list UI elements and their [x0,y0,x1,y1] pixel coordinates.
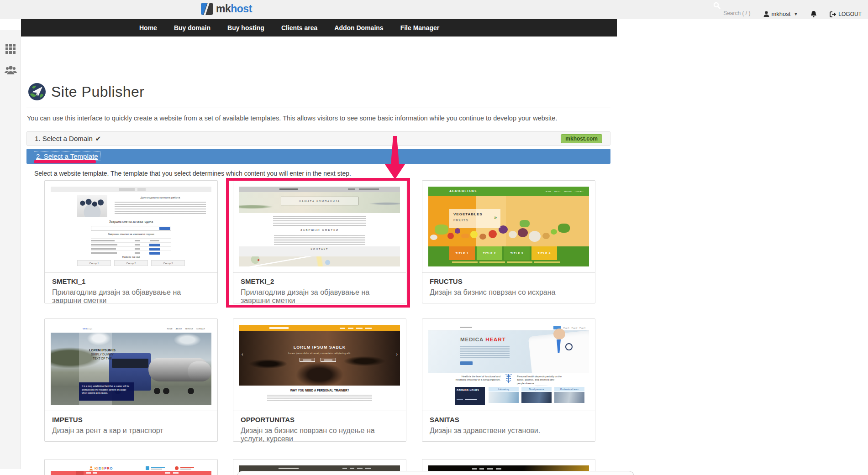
main-navigation: Home Buy domain Buy hosting Clients area… [21,19,617,37]
search-icon[interactable] [713,2,721,9]
template-card-sanitas[interactable]: Page 1Page 2Page 3 MEDICA HEART Health i… [422,318,595,442]
template-name: IMPETUS [52,416,210,423]
template-card-opportunitas[interactable]: LOREM IPSUM SABEK Lorem ipsum dolor sit … [233,318,406,442]
step1-label: 1. Select a Domain [35,135,93,142]
top-header-bar: mkhost Search ( / ) mkhost ▼ [0,0,868,19]
chevrons-right-icon: » [494,214,497,220]
bell-icon [810,10,817,17]
logout-button[interactable]: LOGOUT [830,11,862,17]
nav-item-home[interactable]: Home [139,24,157,31]
template-hint-text: Select a website template. The template … [34,170,351,177]
header-search[interactable]: Search ( / ) [710,1,751,17]
username: mkhost [772,10,791,17]
template-card-smetki2[interactable]: НАШАТА КОМПАНИЈА ЗАВРШНИ СМЕТКИ КОНТАКТ … [233,180,406,303]
template-name: SMETKI_1 [52,277,210,285]
template-thumbnail: НАШАТА КОМПАНИЈА ЗАВРШНИ СМЕТКИ КОНТАКТ [239,187,400,266]
template-name: SMETKI_2 [241,277,399,285]
search-placeholder: Search ( / ) [723,10,750,16]
logout-label: LOGOUT [838,11,862,17]
template-thumbnail: WEBdesign HOMEABOUTSERVICECONTACT LOREM … [51,325,211,405]
map-preview [239,256,400,266]
caduceus-icon [505,374,512,384]
gym-photo [239,331,400,386]
step1-select-domain-bar[interactable]: 1. Select a Domain✔ mkhost.com [26,131,610,146]
template-description: Дизајн за бизнис поврзан со исхрана [430,288,588,297]
user-icon [763,11,769,17]
nav-item-buy-hosting[interactable]: Buy hosting [227,24,264,31]
template-card-smetki1[interactable]: Долгогодишна успешна работа Завршна смет… [44,180,218,303]
team-photo [77,195,107,217]
template-description: Прилагодлив дизајн за објавување на завр… [52,288,210,305]
page-description: You can use this interface to quickly cr… [27,115,607,122]
users-group-icon[interactable] [0,62,21,78]
template-thumbnail: AGRICULTURE HOMEABOUTSERVISECONTACT VEGE… [428,187,589,266]
carousel-next-icon: › [396,351,398,357]
left-sidebar [0,30,21,469]
template-description: Прилагодлив дизајн за објавување на завр… [241,288,399,305]
bottom-overlay-panel [237,471,634,475]
mkhost-logo[interactable]: mkhost [201,3,252,15]
template-name: FRUCTUS [430,277,588,285]
logout-icon [830,11,836,17]
template-thumbnail: Page 1Page 2Page 3 MEDICA HEART Health i… [428,325,589,405]
selected-domain-badge: mkhost.com [561,134,602,143]
template-description: Дизајн за бизнис поврзан со нудење на ус… [241,427,399,443]
mkhost-logo-text: mkhost [216,3,252,15]
notifications-button[interactable] [810,10,817,17]
step2-select-template-bar[interactable]: 2. Select a Template [26,149,610,164]
carousel-prev-icon: ‹ [242,351,243,357]
nav-item-buy-domain[interactable]: Buy domain [174,24,210,31]
apps-grid-icon[interactable] [0,41,21,57]
annotation-pink-underline [34,160,96,163]
check-icon: ✔ [95,135,101,142]
template-description: Дизајн за здравствени установи. [430,427,588,435]
nav-item-clients-area[interactable]: Clients area [281,24,317,31]
chevron-down-icon: ▼ [794,12,798,16]
template-card-fructus[interactable]: AGRICULTURE HOMEABOUTSERVISECONTACT VEGE… [422,180,595,303]
divider [26,108,610,108]
kid-figure-icon [89,466,93,470]
template-card-impetus[interactable]: WEBdesign HOMEABOUTSERVICECONTACT LOREM … [44,318,218,442]
site-publisher-icon [28,83,46,100]
template-thumbnail: Долгогодишна успешна работа Завршна смет… [51,187,211,266]
step2-label[interactable]: 2. Select a Template [34,151,100,161]
template-name: OPPORTUNITAS [241,416,399,423]
mkhost-logo-icon [201,3,213,15]
page-title: Site Publisher [51,84,144,100]
template-thumbnail: LOREM IPSUM SABEK Lorem ipsum dolor sit … [239,325,400,405]
template-name: SANITAS [430,416,588,423]
template-thumbnail: KIDSPRO [51,465,211,475]
template-card-partial-1[interactable]: KIDSPRO [44,459,218,475]
template-description: Дизајн за рент а кар и транспорт [52,427,210,435]
nav-item-file-manager[interactable]: File Manager [400,24,440,31]
nav-item-addon-domains[interactable]: Addon Domains [334,24,383,31]
user-menu[interactable]: mkhost ▼ [763,10,798,17]
